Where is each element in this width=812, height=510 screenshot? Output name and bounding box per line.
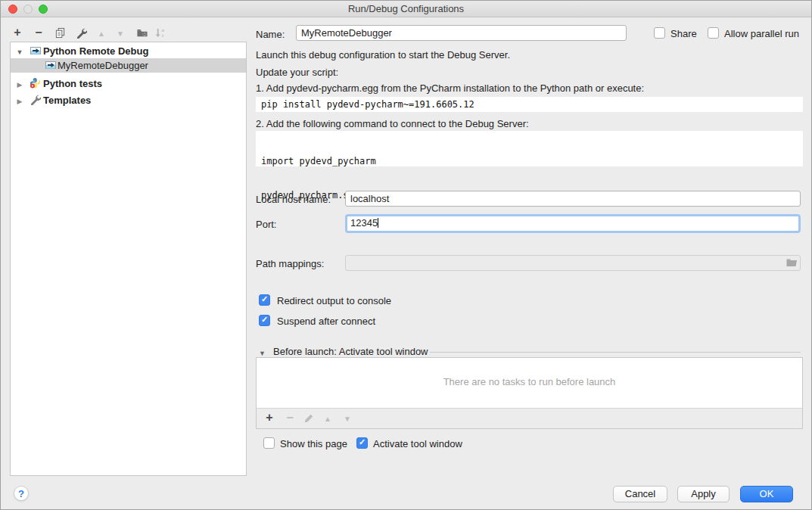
window-title: Run/Debug Configurations: [1, 3, 811, 14]
wrench-icon: [76, 27, 87, 39]
collapse-arrow-icon[interactable]: [15, 93, 24, 109]
port-input[interactable]: 12345: [345, 214, 801, 233]
remove-task-icon: [282, 410, 297, 425]
remote-debug-config-icon: [45, 59, 57, 71]
before-launch-title: Before launch: Activate tool window: [273, 346, 428, 358]
code-line-1: import pydevd_pycharm: [261, 155, 798, 168]
tasks-toolbar: [257, 408, 802, 428]
intro-text: Launch this debug configuration to start…: [256, 49, 510, 61]
collapse-arrow-icon[interactable]: [15, 76, 24, 92]
run-debug-configurations-dialog: Run/Debug Configurations a z: [0, 0, 812, 510]
suspend-after-connect-label: Suspend after connect: [277, 316, 375, 328]
share-checkbox[interactable]: [654, 27, 665, 39]
share-checkbox-label: Share: [670, 28, 697, 40]
no-tasks-message: There are no tasks to run before launch: [257, 376, 802, 387]
show-this-page-label: Show this page: [280, 438, 347, 450]
step2-text: 2. Add the following command to connect …: [256, 118, 529, 130]
tree-item-python-remote-debug[interactable]: Python Remote Debug: [11, 44, 246, 58]
move-down-icon: [113, 25, 128, 40]
copy-icon: [54, 27, 66, 39]
suspend-after-connect-checkbox[interactable]: [259, 315, 270, 326]
before-launch-tasks-panel: There are no tasks to run before launch: [256, 357, 803, 429]
move-task-down-icon: [340, 410, 355, 425]
tree-item-myremotedebugger[interactable]: MyRemoteDebugger: [11, 58, 246, 73]
step1-text: 1. Add pydevd-pycharm.egg from the PyCha…: [256, 82, 644, 95]
before-launch-collapse-icon[interactable]: [259, 347, 266, 358]
ok-button[interactable]: OK: [740, 486, 793, 502]
remove-configuration-icon[interactable]: [31, 25, 46, 40]
python-tests-icon: [30, 77, 42, 89]
pip-install-command[interactable]: pip install pydevd-pycharm~=191.6605.12: [256, 97, 803, 112]
copy-configuration-icon[interactable]: [52, 25, 67, 40]
sort-az-icon: a z: [154, 27, 166, 39]
apply-button[interactable]: Apply: [677, 486, 730, 502]
folder-icon: [786, 257, 798, 269]
text-caret: [378, 218, 378, 228]
configurations-tree: Python Remote Debug MyRemoteDebugger: [10, 42, 247, 476]
port-value: 12345: [350, 217, 378, 229]
port-label: Port:: [256, 219, 276, 231]
show-this-page-checkbox[interactable]: [263, 437, 275, 449]
update-script-text: Update your script:: [256, 67, 338, 79]
activate-tool-window-label: Activate tool window: [373, 438, 462, 450]
tree-item-label: Python Remote Debug: [43, 44, 148, 58]
name-input[interactable]: [296, 25, 627, 41]
allow-parallel-run-label: Allow parallel run: [724, 28, 799, 40]
redirect-output-label: Redirect output to console: [277, 295, 391, 307]
activate-tool-window-checkbox[interactable]: [356, 437, 368, 449]
pencil-icon: [303, 413, 314, 424]
edit-task-icon: [301, 410, 316, 425]
browse-path-mappings-button[interactable]: [786, 257, 798, 269]
svg-text:a: a: [161, 27, 164, 33]
remote-debug-config-icon: [30, 45, 42, 57]
section-divider: [430, 352, 801, 353]
redirect-output-checkbox[interactable]: [259, 294, 270, 306]
local-host-name-label: Local host name:: [256, 194, 331, 206]
move-task-up-icon: [320, 410, 335, 425]
path-mappings-input[interactable]: [345, 255, 801, 271]
title-bar: Run/Debug Configurations: [1, 1, 811, 17]
tree-item-label: Python tests: [43, 76, 102, 91]
svg-text:z: z: [161, 33, 163, 38]
tree-item-label: Templates: [43, 93, 91, 107]
add-task-icon[interactable]: [262, 410, 277, 425]
local-host-name-input[interactable]: [345, 191, 801, 207]
tree-item-templates[interactable]: Templates: [11, 93, 246, 107]
cancel-button[interactable]: Cancel: [613, 486, 667, 502]
name-label: Name:: [256, 29, 285, 41]
add-configuration-icon[interactable]: [10, 25, 25, 40]
new-folder-icon[interactable]: [135, 25, 150, 40]
expand-arrow-icon[interactable]: [15, 44, 24, 60]
tree-item-python-tests[interactable]: Python tests: [11, 76, 246, 91]
sort-configurations-icon: a z: [152, 25, 167, 40]
templates-wrench-icon: [30, 94, 42, 106]
tree-item-label: MyRemoteDebugger: [58, 58, 148, 73]
settrace-code-block[interactable]: import pydevd_pycharm pydevd_pycharm.set…: [256, 131, 803, 166]
help-button[interactable]: ?: [14, 486, 29, 501]
edit-defaults-icon[interactable]: [73, 25, 89, 40]
move-up-icon: [94, 25, 109, 40]
path-mappings-label: Path mappings:: [256, 258, 324, 270]
folder-plus-icon: [136, 27, 148, 39]
allow-parallel-run-checkbox[interactable]: [708, 27, 719, 39]
